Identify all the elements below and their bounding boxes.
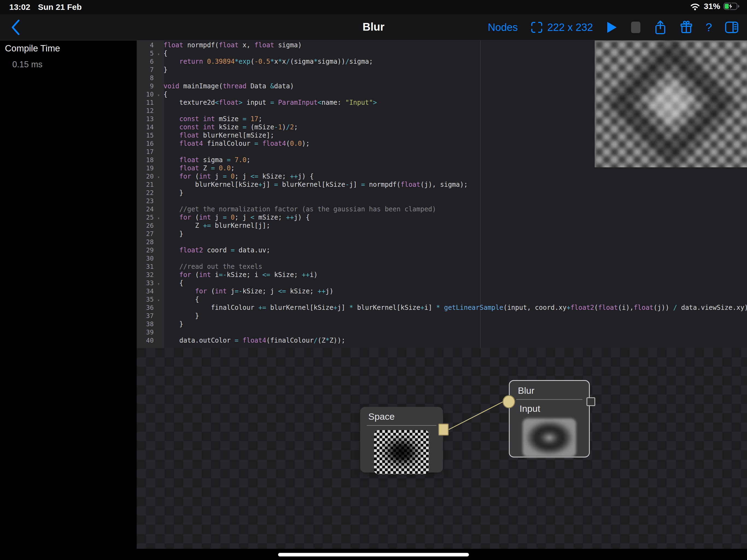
- line-number: 14: [137, 123, 154, 131]
- line-number: 27: [137, 230, 154, 238]
- code-line[interactable]: 35▾ {: [137, 295, 747, 304]
- line-number: 5: [137, 49, 154, 57]
- render-preview: [595, 41, 747, 167]
- line-number: 16: [137, 139, 154, 148]
- compile-time-heading: Compile Time: [5, 43, 60, 54]
- line-number: 19: [137, 164, 154, 172]
- run-button[interactable]: [606, 21, 618, 34]
- node-blur-thumbnail: [522, 418, 576, 457]
- code-line[interactable]: 29 float2 coord = data.uv;: [137, 246, 747, 254]
- line-number: 15: [137, 131, 154, 139]
- line-number: 4: [137, 41, 154, 49]
- nodes-button[interactable]: Nodes: [488, 22, 518, 33]
- line-number: 6: [137, 57, 154, 66]
- code-line[interactable]: 24 //get the normalization factor (as th…: [137, 205, 747, 213]
- node-blur-input-label: Input: [510, 402, 589, 415]
- line-number: 10: [137, 90, 154, 98]
- blur-input-port[interactable]: [503, 395, 515, 408]
- code-line[interactable]: 26 Z += blurKernel[j];: [137, 222, 747, 230]
- node-graph-canvas[interactable]: Space Blur Input: [137, 348, 747, 549]
- line-number: 12: [137, 107, 154, 115]
- line-number: 32: [137, 271, 154, 279]
- code-editor[interactable]: 4float normpdf(float x, float sigma)5▾{6…: [137, 41, 747, 348]
- code-line[interactable]: 27 }: [137, 230, 747, 238]
- code-line[interactable]: 39: [137, 328, 747, 336]
- code-line[interactable]: 36 finalColour += blurKernel[kSize+j] * …: [137, 304, 747, 312]
- node-blur[interactable]: Blur Input: [509, 380, 590, 457]
- status-date: Sun 21 Feb: [38, 2, 82, 12]
- line-number: 35: [137, 295, 154, 304]
- code-line[interactable]: 31 //read out the texels: [137, 262, 747, 271]
- node-blur-separator: [516, 399, 583, 400]
- line-number: 38: [137, 320, 154, 328]
- inspector-panel: Compile Time 0.15 ms: [0, 41, 137, 549]
- line-number: 40: [137, 336, 154, 345]
- line-number: 30: [137, 254, 154, 262]
- stop-button[interactable]: [630, 21, 641, 34]
- code-line[interactable]: 37 }: [137, 312, 747, 320]
- code-line[interactable]: 32 for (int i=-kSize; i <= kSize; ++i): [137, 271, 747, 279]
- line-number: 26: [137, 222, 154, 230]
- code-line[interactable]: 40 data.outColor = float4(finalColour/(Z…: [137, 336, 747, 345]
- home-indicator[interactable]: [278, 553, 469, 556]
- wifi-icon: [690, 2, 700, 10]
- code-line[interactable]: 38 }: [137, 320, 747, 328]
- code-line[interactable]: 23: [137, 197, 747, 205]
- battery-icon: [723, 2, 739, 10]
- status-time: 13:02: [9, 2, 30, 12]
- line-number: 39: [137, 328, 154, 336]
- line-number: 28: [137, 238, 154, 246]
- fold-marker-icon[interactable]: ▾: [154, 91, 163, 99]
- line-number: 25: [137, 213, 154, 222]
- fold-marker-icon[interactable]: ▾: [154, 173, 163, 181]
- status-bar: 13:02 Sun 21 Feb 31%: [0, 0, 747, 14]
- bottom-bar: [0, 549, 747, 560]
- line-number: 37: [137, 312, 154, 320]
- line-number: 11: [137, 98, 154, 107]
- code-line[interactable]: 33▾ {: [137, 279, 747, 287]
- line-number: 22: [137, 189, 154, 197]
- compile-time-value: 0.15 ms: [12, 59, 42, 70]
- code-line[interactable]: 20▾ for (int j = 0; j <= kSize; ++j) {: [137, 172, 747, 180]
- space-output-port[interactable]: [438, 424, 449, 436]
- fold-marker-icon[interactable]: ▾: [154, 214, 163, 222]
- canvas-size-button[interactable]: 222 x 232: [531, 21, 593, 34]
- line-number: 31: [137, 262, 154, 271]
- line-number: 9: [137, 82, 154, 90]
- node-blur-title: Blur: [510, 381, 589, 396]
- fold-marker-icon[interactable]: ▾: [154, 50, 163, 58]
- gift-icon[interactable]: [679, 21, 693, 34]
- node-space-thumbnail: [374, 430, 429, 474]
- line-number: 20: [137, 172, 154, 180]
- code-line[interactable]: 34 for (int j=-kSize; j <= kSize; ++j): [137, 287, 747, 295]
- status-time-date: 13:02 Sun 21 Feb: [9, 2, 82, 12]
- line-number: 13: [137, 115, 154, 123]
- help-button[interactable]: ?: [706, 21, 712, 34]
- node-space-title: Space: [360, 407, 443, 422]
- node-space-separator: [367, 425, 436, 426]
- line-number: 36: [137, 304, 154, 312]
- code-line[interactable]: 22 }: [137, 189, 747, 197]
- node-space[interactable]: Space: [360, 407, 443, 473]
- line-number: 7: [137, 66, 154, 74]
- line-number: 8: [137, 74, 154, 82]
- code-line[interactable]: 28: [137, 238, 747, 246]
- nav-bar: Blur Nodes 222 x 232 ?: [0, 14, 747, 41]
- line-number: 33: [137, 279, 154, 287]
- line-number: 18: [137, 156, 154, 164]
- line-number: 23: [137, 197, 154, 205]
- line-number: 24: [137, 205, 154, 213]
- fold-marker-icon[interactable]: ▾: [154, 280, 163, 288]
- share-icon[interactable]: [654, 20, 667, 35]
- code-line[interactable]: 25▾ for (int j = 0; j < mSize; ++j) {: [137, 213, 747, 222]
- sidebar-toggle-icon[interactable]: [725, 21, 739, 34]
- code-line[interactable]: 30: [137, 254, 747, 262]
- frame-size-icon: [531, 21, 543, 34]
- battery-percent: 31%: [704, 2, 720, 11]
- canvas-size-label: 222 x 232: [547, 22, 593, 33]
- line-number: 29: [137, 246, 154, 254]
- code-line[interactable]: 21 blurKernel[kSize+j] = blurKernel[kSiz…: [137, 180, 747, 189]
- line-number: 21: [137, 180, 154, 189]
- fold-marker-icon[interactable]: ▾: [154, 296, 163, 304]
- blur-output-port[interactable]: [587, 397, 595, 406]
